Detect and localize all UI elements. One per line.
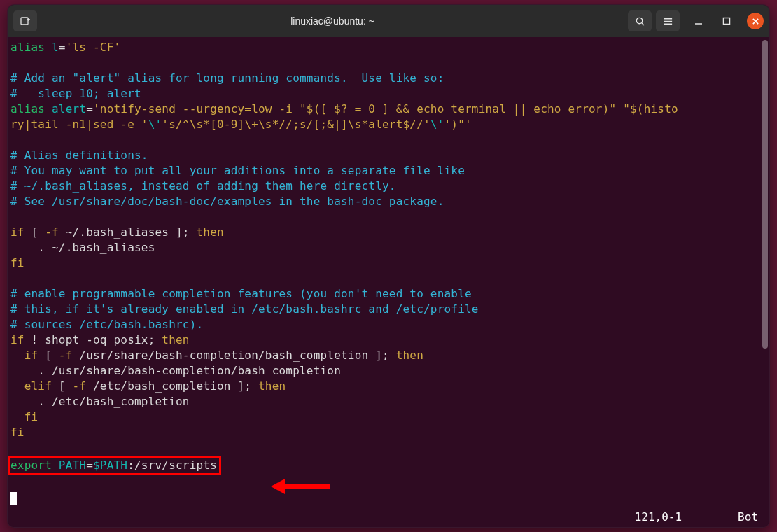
search-button[interactable]	[628, 10, 652, 31]
scrollbar-thumb[interactable]	[762, 40, 768, 349]
scroll-indicator: Bot	[738, 510, 758, 524]
highlighted-line: export PATH=$PATH:/srv/scripts	[8, 456, 221, 475]
svg-point-3	[636, 18, 642, 23]
minimize-button[interactable]	[690, 12, 708, 30]
svg-rect-9	[724, 18, 730, 24]
menu-button[interactable]	[656, 10, 680, 31]
close-icon	[752, 18, 760, 25]
new-tab-icon	[20, 15, 31, 27]
cursor	[10, 492, 18, 505]
cursor-position: 121,0-1	[635, 510, 682, 524]
search-icon	[635, 16, 645, 27]
maximize-button[interactable]	[718, 12, 736, 30]
window-title: linuxiac@ubuntu: ~	[37, 15, 628, 27]
titlebar: linuxiac@ubuntu: ~	[8, 5, 769, 37]
hamburger-icon	[663, 16, 673, 27]
terminal-body[interactable]: alias l='ls -CF' # Add an "alert" alias …	[8, 37, 769, 527]
new-tab-button[interactable]	[13, 10, 37, 31]
vim-statusline: 121,0-1 Bot	[12, 509, 765, 524]
minimize-icon	[694, 17, 703, 25]
svg-line-4	[641, 22, 643, 24]
terminal-window: linuxiac@ubuntu: ~	[7, 4, 770, 528]
terminal-content: alias l='ls -CF' # Add an "alert" alias …	[10, 40, 765, 506]
close-button[interactable]	[747, 13, 764, 29]
svg-rect-0	[21, 18, 28, 24]
maximize-icon	[722, 17, 731, 25]
scrollbar[interactable]	[762, 40, 768, 507]
